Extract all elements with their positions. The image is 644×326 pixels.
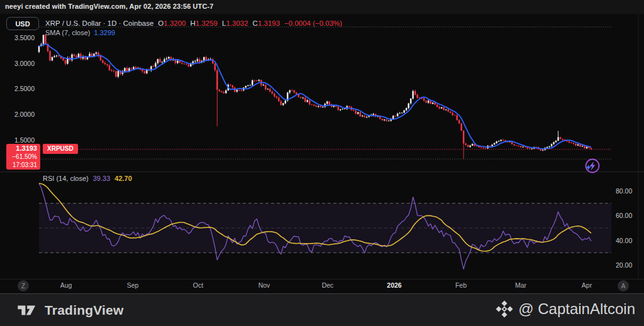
chart-widget[interactable]: USD XRP / U.S. Dollar · 1D · CoinbaseO1.… bbox=[0, 14, 644, 293]
rsi-label: RSI (14, close) bbox=[43, 175, 89, 182]
time-tick-mar: Mar bbox=[507, 281, 535, 289]
footer-bar: TradingView @ CaptainAltcoin bbox=[0, 293, 644, 326]
rsi-tick-40: 40.00 bbox=[616, 237, 641, 244]
sma-legend: SMA (7, close)1.3299 bbox=[45, 29, 115, 36]
price-tick-3_5: 3.5000 bbox=[4, 34, 35, 41]
rsi-legend: RSI (14, close)39.3342.70 bbox=[43, 175, 132, 182]
symbol-legend[interactable]: XRP / U.S. Dollar · 1D · CoinbaseO1.3200… bbox=[45, 19, 342, 27]
chart-canvas[interactable] bbox=[0, 14, 644, 293]
watermark-text: @ CaptainAltcoin bbox=[518, 300, 635, 318]
close-label: C bbox=[253, 19, 258, 27]
time-tick-nov: Nov bbox=[250, 281, 278, 289]
sma-line bbox=[39, 44, 591, 149]
sma-label: SMA (7, close) bbox=[45, 29, 91, 36]
high-label: H bbox=[191, 19, 196, 27]
time-tick-2026: 2026 bbox=[380, 281, 408, 289]
tradingview-logo-link[interactable]: TradingView bbox=[18, 302, 124, 318]
tradingview-brand-text: TradingView bbox=[45, 303, 124, 318]
rsi-tick-20: 20.00 bbox=[616, 261, 641, 269]
timezone-badge[interactable]: Z bbox=[18, 280, 29, 291]
time-tick-apr: Apr bbox=[573, 281, 601, 289]
rsi-ma-value: 42.70 bbox=[114, 175, 132, 182]
high-value: 1.3259 bbox=[196, 19, 218, 27]
last-price-tag: 1.3193 −61.50% 17:03:31 bbox=[6, 144, 40, 170]
snapshot-header: neeyi created with TradingView.com, Apr … bbox=[0, 0, 644, 14]
price-tick-2_0: 2.0000 bbox=[4, 111, 35, 118]
time-tick-aug: Aug bbox=[52, 281, 80, 289]
sma-value: 1.3299 bbox=[94, 29, 116, 36]
auto-scale-badge[interactable]: A bbox=[618, 280, 629, 291]
rsi-tick-80: 80.00 bbox=[616, 187, 641, 195]
candles-layer bbox=[38, 34, 592, 159]
price-tick-1_5: 1.5000 bbox=[4, 136, 35, 144]
tag-price: 1.3193 bbox=[6, 144, 37, 153]
tradingview-snapshot: neeyi created with TradingView.com, Apr … bbox=[0, 0, 644, 326]
time-tick-dec: Dec bbox=[314, 281, 341, 289]
tradingview-logo-icon bbox=[18, 302, 39, 318]
low-value: 1.3032 bbox=[226, 19, 248, 27]
attribution-text: neeyi created with TradingView.com, Apr … bbox=[5, 3, 213, 10]
symbol-tag: XRPUSD bbox=[43, 144, 78, 154]
watermark: @ CaptainAltcoin bbox=[496, 300, 635, 318]
boost-lightning-icon[interactable] bbox=[586, 160, 599, 173]
time-tick-feb: Feb bbox=[447, 281, 475, 289]
rsi-tick-60: 60.00 bbox=[616, 212, 641, 219]
open-value: 1.3200 bbox=[164, 19, 186, 27]
price-tick-3_0: 3.0000 bbox=[4, 60, 35, 67]
price-tick-2_5: 2.5000 bbox=[4, 85, 35, 92]
tag-change-percent: −61.50% bbox=[6, 153, 37, 161]
grid-lines-layer bbox=[39, 27, 611, 159]
symbol-title[interactable]: XRP / U.S. Dollar · 1D · Coinbase bbox=[45, 19, 153, 27]
time-tick-sep: Sep bbox=[119, 281, 147, 289]
change-value: −0.0004 (−0.03%) bbox=[284, 19, 342, 27]
tag-countdown: 17:03:31 bbox=[6, 161, 37, 169]
captainaltcoin-icon bbox=[496, 300, 513, 318]
open-label: O bbox=[158, 19, 164, 27]
rsi-value: 39.33 bbox=[93, 175, 111, 182]
close-value: 1.3193 bbox=[258, 19, 280, 27]
time-tick-oct: Oct bbox=[184, 281, 212, 289]
